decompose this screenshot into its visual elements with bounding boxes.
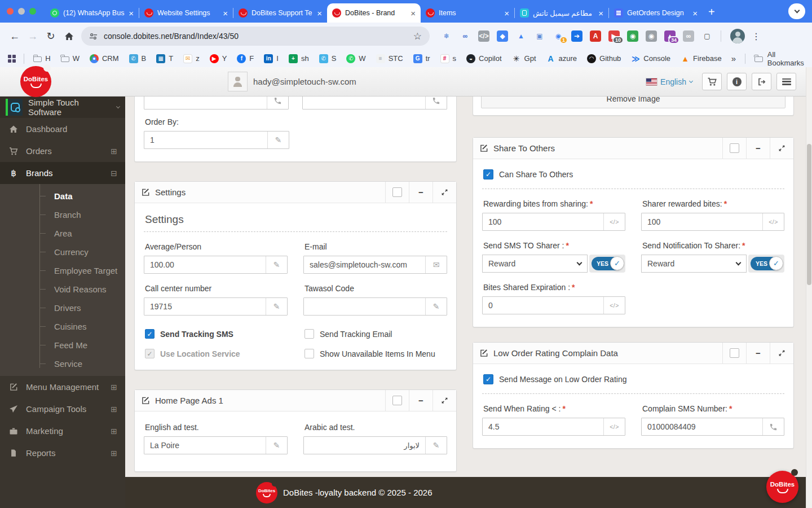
close-tab-icon[interactable]: × [223,8,228,18]
url-text[interactable]: console.dobites.net/Brand/Index/43/50 [104,32,239,41]
tab-items[interactable]: Items× [421,3,514,23]
address-bar[interactable]: console.dobites.net/Brand/Index/43/50 ☆ [81,27,430,46]
bookmark-crm[interactable]: CRM [85,54,124,63]
scrollbar-thumb[interactable] [807,144,811,285]
rating-threshold-input[interactable] [483,418,603,435]
panel-collapse-button[interactable]: − [746,343,770,364]
expand-plus-icon[interactable]: ⊞ [111,427,117,436]
snowflake-extension-icon[interactable]: ❄ [441,30,452,42]
panel-select-tool[interactable] [385,390,409,411]
call-center-input[interactable] [144,298,266,315]
hat-extension-icon[interactable]: ▲34 [664,30,676,42]
clipboard-extension-icon[interactable]: ▢ [701,30,713,42]
bookmark-copilot[interactable]: ◒Copilot [461,54,506,63]
bookmark-github[interactable]: ◠Github [582,54,626,63]
sidebar-item-marketing[interactable]: Marketing⊞ [0,420,125,442]
site-settings-icon[interactable] [89,32,98,41]
panel-checkbox[interactable] [730,348,739,358]
language-selector[interactable]: English [646,77,692,86]
sidebar-item-brands[interactable]: ฿Brands⊟ [0,162,125,184]
window-zoom-button[interactable] [29,8,36,15]
panel-select-tool[interactable] [722,343,746,364]
back-button[interactable]: ← [6,27,24,46]
bookmark-h[interactable]: H [28,54,55,63]
send-notification-sharer-toggle[interactable]: YES [748,255,784,273]
bookmark-tr[interactable]: Gtr [408,54,435,63]
bookmark-gpt[interactable]: ✳Gpt [507,54,541,63]
expand-plus-icon[interactable]: ⊞ [111,449,117,458]
page-scrollbar[interactable] [806,67,812,508]
english-ad-input[interactable] [144,437,266,454]
panel-checkbox[interactable] [730,143,739,153]
panel-select-tool[interactable] [722,138,746,159]
tawasol-code-input[interactable] [304,298,425,315]
code-extension-icon[interactable]: </> [478,30,489,42]
complain-sms-input[interactable] [642,418,762,435]
bites-expiration-input[interactable] [483,297,603,314]
tab-dobites-support-te[interactable]: DoBites Support Te× [233,3,327,23]
order-by-input[interactable] [144,132,267,148]
bookmark-stc[interactable]: ≡STC [371,54,408,63]
rewarding-bites-input[interactable] [483,213,603,230]
close-tab-icon[interactable]: × [692,8,698,18]
arabic-ad-input[interactable] [304,437,425,454]
video-extension-icon[interactable]: ▶10 [608,30,620,42]
bookmark-azure[interactable]: Aazure [541,54,582,63]
logout-button[interactable] [752,73,771,90]
window-close-button[interactable] [7,8,14,15]
sidebar-item-drivers[interactable]: Drivers [0,299,125,317]
bookmark-console[interactable]: ≫Console [626,54,676,63]
email-input[interactable] [304,256,425,273]
sidebar-item-menu-management[interactable]: Menu Management⊞ [0,376,125,398]
expand-plus-icon[interactable]: ⊞ [111,147,117,156]
panel-expand-button[interactable] [433,182,456,203]
sidebar-item-cuisines[interactable]: Cuisines [0,317,125,336]
close-tab-icon[interactable]: × [129,8,134,18]
tab-dobites-brand[interactable]: DoBites - Brand× [327,3,421,23]
bookmark-w[interactable]: ✆W [341,54,370,63]
cart-button[interactable] [702,73,722,90]
reload-button[interactable]: ↻ [42,27,60,46]
bookmark-firebase[interactable]: ▲Firebase [676,54,727,63]
panel-select-tool[interactable] [385,182,409,203]
forward-button[interactable]: → [24,27,42,46]
send-notification-sharer-select[interactable]: Reward [641,255,747,273]
sidebar-item-void-reasons[interactable]: Void Reasons [0,280,125,299]
panel-collapse-button[interactable]: − [409,182,433,203]
apps-grid-icon[interactable] [8,55,16,63]
panel-checkbox[interactable] [392,396,402,405]
tab-12-whatsapp-bus[interactable]: (12) WhatsApp Bus× [45,3,139,23]
bookmark-y[interactable]: ▶Y [205,54,232,63]
bookmark-i[interactable]: inI [259,54,284,63]
home-button[interactable] [60,27,78,46]
new-tab-button[interactable]: + [708,6,715,19]
bookmark-s[interactable]: ✆S [314,54,342,63]
sidebar-item-reports[interactable]: Reports⊞ [0,442,125,464]
remove-image-button[interactable]: Remove Image [481,97,785,108]
can-share-checkbox[interactable] [483,169,493,179]
bookmark-star-icon[interactable]: ☆ [413,30,422,42]
sidebar-item-area[interactable]: Area [0,224,125,243]
link-extension-icon[interactable]: ∞ [683,30,694,42]
phone-input-2[interactable] [303,97,425,109]
bookmark-t[interactable]: ▦T [151,54,178,63]
show-unavailable-checkbox[interactable] [304,349,314,358]
panel-expand-button[interactable] [770,138,793,159]
google-ads-extension-icon[interactable]: ▲ [515,30,527,42]
share-extension-icon[interactable]: ➔ [571,30,582,42]
info-button[interactable] [727,73,747,90]
sidebar-item-data[interactable]: Data [0,187,125,205]
fingerprint-extension-icon[interactable]: ◉1 [553,30,564,42]
sidebar-item-orders[interactable]: Orders⊞ [0,140,125,162]
panel-checkbox[interactable] [392,187,402,197]
average-person-input[interactable] [144,256,266,273]
infinity-extension-icon[interactable]: ∞ [460,30,471,42]
all-bookmarks-button[interactable]: All Bookmarks [740,50,804,67]
bookmark-z[interactable]: ✉z [178,54,205,63]
tab-website-settings[interactable]: Website Settings× [139,3,233,23]
panel-expand-button[interactable] [770,343,793,364]
send-tracking-sms-checkbox[interactable] [145,329,155,339]
send-sms-sharer-toggle[interactable]: YES [589,255,625,273]
expand-plus-icon[interactable]: ⊞ [111,405,117,414]
bookmarks-overflow-button[interactable]: » [727,54,740,63]
